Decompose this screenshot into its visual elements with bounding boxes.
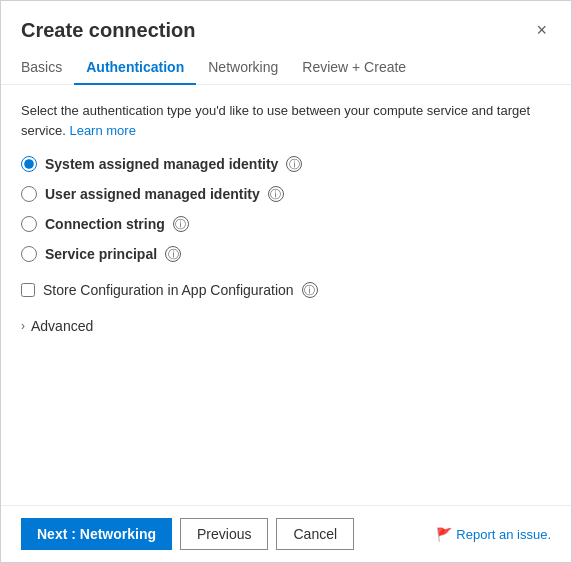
radio-connection-string-label: Connection string [45,216,165,232]
tab-bar: Basics Authentication Networking Review … [1,51,571,85]
next-button[interactable]: Next : Networking [21,518,172,550]
store-config-checkbox[interactable] [21,283,35,297]
auth-type-radio-group: System assigned managed identity ⓘ User … [21,156,551,262]
radio-user-managed-input[interactable] [21,186,37,202]
dialog-title: Create connection [21,19,195,42]
tab-networking[interactable]: Networking [196,51,290,85]
radio-system-managed-input[interactable] [21,156,37,172]
tab-authentication[interactable]: Authentication [74,51,196,85]
advanced-section[interactable]: › Advanced [21,318,551,334]
radio-system-managed-label: System assigned managed identity [45,156,278,172]
store-config-info-icon[interactable]: ⓘ [302,282,318,298]
report-icon: 🚩 [436,527,452,542]
report-issue-label: Report an issue. [456,527,551,542]
advanced-chevron-icon: › [21,319,25,333]
create-connection-dialog: Create connection × Basics Authenticatio… [0,0,572,563]
description-text: Select the authentication type you'd lik… [21,101,551,140]
radio-connection-string-input[interactable] [21,216,37,232]
tab-content: Select the authentication type you'd lik… [1,85,571,505]
store-config-label: Store Configuration in App Configuration [43,282,294,298]
close-button[interactable]: × [532,17,551,43]
service-principal-info-icon[interactable]: ⓘ [165,246,181,262]
connection-string-info-icon[interactable]: ⓘ [173,216,189,232]
radio-system-managed[interactable]: System assigned managed identity ⓘ [21,156,551,172]
radio-service-principal-input[interactable] [21,246,37,262]
learn-more-link[interactable]: Learn more [69,123,135,138]
advanced-label: Advanced [31,318,93,334]
radio-user-managed[interactable]: User assigned managed identity ⓘ [21,186,551,202]
radio-user-managed-label: User assigned managed identity [45,186,260,202]
user-managed-info-icon[interactable]: ⓘ [268,186,284,202]
radio-connection-string[interactable]: Connection string ⓘ [21,216,551,232]
tab-review-create[interactable]: Review + Create [290,51,418,85]
tab-basics[interactable]: Basics [21,51,74,85]
store-config-section: Store Configuration in App Configuration… [21,282,551,298]
radio-service-principal[interactable]: Service principal ⓘ [21,246,551,262]
system-managed-info-icon[interactable]: ⓘ [286,156,302,172]
dialog-header: Create connection × [1,1,571,51]
radio-service-principal-label: Service principal [45,246,157,262]
previous-button[interactable]: Previous [180,518,268,550]
dialog-footer: Next : Networking Previous Cancel 🚩 Repo… [1,505,571,562]
cancel-button[interactable]: Cancel [276,518,354,550]
report-issue-link[interactable]: 🚩 Report an issue. [436,527,551,542]
